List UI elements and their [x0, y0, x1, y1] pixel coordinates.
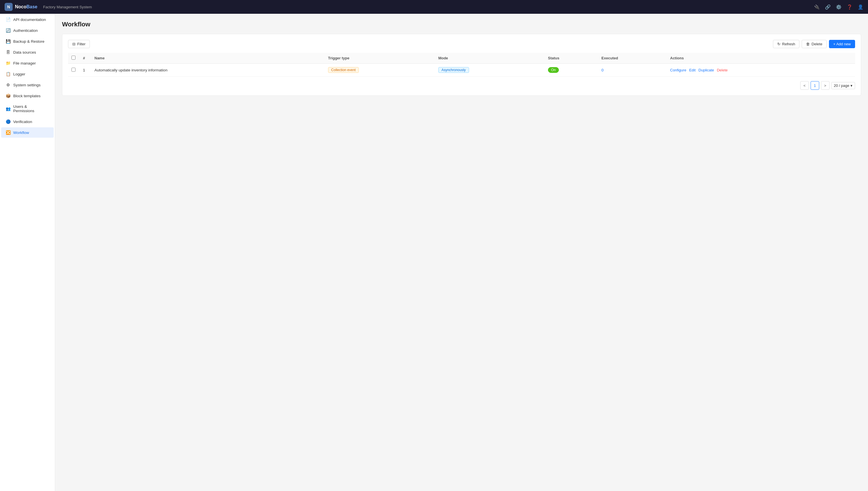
add-new-button[interactable]: + Add new: [829, 40, 855, 48]
col-actions: Actions: [667, 53, 856, 64]
row-status: On: [544, 64, 598, 77]
users-permissions-icon: 👥: [6, 107, 10, 111]
verification-icon: 🔵: [6, 119, 10, 124]
page-size-select[interactable]: 20 / page ▾: [831, 82, 855, 89]
help-icon[interactable]: ❓: [847, 4, 852, 10]
logo[interactable]: N NocoBase: [5, 3, 37, 11]
current-page-button[interactable]: 1: [811, 81, 819, 90]
prev-page-button[interactable]: <: [800, 81, 809, 90]
configure-link[interactable]: Configure: [670, 68, 686, 72]
mode-tag: Asynchronously: [438, 67, 469, 73]
page-size-chevron: ▾: [850, 83, 852, 88]
sidebar-item-logger[interactable]: 📋 Logger: [1, 69, 54, 79]
sidebar-item-label: File manager: [13, 61, 36, 65]
page-size-label: 20 / page: [834, 83, 849, 88]
add-new-label: + Add new: [833, 42, 851, 46]
filter-button[interactable]: ⊟ Filter: [68, 40, 90, 48]
row-name: Automatically update inventory informati…: [91, 64, 325, 77]
app-name: Factory Management System: [43, 5, 92, 9]
row-num: 1: [80, 64, 91, 77]
page-title: Workflow: [62, 21, 861, 28]
col-status: Status: [544, 53, 598, 64]
sidebar-item-label: API documentation: [13, 18, 46, 22]
refresh-button[interactable]: ↻ Refresh: [773, 40, 800, 48]
toolbar: ⊟ Filter ↻ Refresh 🗑 Delete + Add new: [68, 40, 855, 48]
sidebar-item-label: Authentication: [13, 28, 38, 33]
row-actions: Configure Edit Duplicate Delete: [667, 64, 856, 77]
block-templates-icon: 📦: [6, 93, 10, 98]
file-manager-icon: 📁: [6, 61, 10, 65]
table-header-row: # Name Trigger type Mode Status Executed…: [68, 53, 855, 64]
sidebar-item-verification[interactable]: 🔵 Verification: [1, 116, 54, 127]
next-page-button[interactable]: >: [821, 81, 830, 90]
link-icon[interactable]: 🔗: [825, 4, 831, 10]
sidebar-item-backup-restore[interactable]: 💾 Backup & Restore: [1, 36, 54, 47]
col-name: Name: [91, 53, 325, 64]
filter-label: Filter: [77, 42, 85, 46]
data-sources-icon: 🗄: [6, 50, 10, 55]
main-content: Workflow ⊟ Filter ↻ Refresh 🗑: [55, 14, 868, 491]
sidebar-item-data-sources[interactable]: 🗄 Data sources: [1, 47, 54, 57]
workflow-icon: 🔀: [6, 130, 10, 135]
logo-text: NocoBase: [15, 4, 37, 9]
system-settings-icon: ⚙: [6, 83, 10, 87]
sidebar-item-label: Workflow: [13, 131, 29, 135]
col-checkbox: [68, 53, 80, 64]
table-row: 1 Automatically update inventory informa…: [68, 64, 855, 77]
delete-label: Delete: [811, 42, 822, 46]
sidebar-item-file-manager[interactable]: 📁 File manager: [1, 58, 54, 68]
workflow-table: # Name Trigger type Mode Status Executed…: [68, 53, 855, 77]
logger-icon: 📋: [6, 72, 10, 76]
col-mode: Mode: [435, 53, 544, 64]
filter-icon: ⊟: [72, 42, 76, 46]
row-executed: 0: [598, 64, 667, 77]
sidebar-item-label: Data sources: [13, 50, 36, 55]
settings-icon[interactable]: ⚙️: [836, 4, 842, 10]
action-delete-link[interactable]: Delete: [717, 68, 728, 72]
backup-restore-icon: 💾: [6, 39, 10, 44]
pagination: < 1 > 20 / page ▾: [68, 81, 855, 90]
user-icon[interactable]: 👤: [858, 4, 863, 10]
topnav-icons: 🔌 🔗 ⚙️ ❓ 👤: [814, 4, 863, 10]
sidebar-item-label: System settings: [13, 83, 40, 87]
status-tag: On: [548, 67, 559, 73]
sidebar-item-label: Verification: [13, 120, 32, 124]
authentication-icon: 🔄: [6, 28, 10, 33]
sidebar: 📄 API documentation 🔄 Authentication 💾 B…: [0, 14, 55, 491]
refresh-icon: ↻: [777, 42, 781, 46]
topnav: N NocoBase Factory Management System 🔌 🔗…: [0, 0, 868, 14]
sidebar-item-authentication[interactable]: 🔄 Authentication: [1, 25, 54, 35]
sidebar-item-label: Block templates: [13, 94, 40, 98]
plugin-icon[interactable]: 🔌: [814, 4, 820, 10]
sidebar-item-api-documentation[interactable]: 📄 API documentation: [1, 15, 54, 25]
row-checkbox[interactable]: [72, 68, 76, 72]
select-all-checkbox[interactable]: [72, 56, 76, 60]
row-trigger-type: Collection event: [325, 64, 435, 77]
workflow-card: ⊟ Filter ↻ Refresh 🗑 Delete + Add new: [62, 34, 861, 96]
sidebar-item-system-settings[interactable]: ⚙ System settings: [1, 80, 54, 90]
col-num: #: [80, 53, 91, 64]
sidebar-item-users-permissions[interactable]: 👥 Users & Permissions: [1, 102, 54, 116]
logo-icon: N: [5, 3, 12, 11]
delete-icon: 🗑: [806, 42, 810, 46]
api-documentation-icon: 📄: [6, 17, 10, 22]
col-trigger-type: Trigger type: [325, 53, 435, 64]
row-mode: Asynchronously: [435, 64, 544, 77]
layout: 📄 API documentation 🔄 Authentication 💾 B…: [0, 14, 868, 491]
sidebar-item-label: Backup & Restore: [13, 39, 45, 44]
duplicate-link[interactable]: Duplicate: [698, 68, 714, 72]
toolbar-right: ↻ Refresh 🗑 Delete + Add new: [773, 40, 855, 48]
trigger-type-tag: Collection event: [328, 67, 359, 73]
edit-link[interactable]: Edit: [689, 68, 696, 72]
refresh-label: Refresh: [782, 42, 795, 46]
delete-button[interactable]: 🗑 Delete: [802, 40, 827, 48]
sidebar-item-label: Users & Permissions: [13, 105, 49, 113]
sidebar-item-block-templates[interactable]: 📦 Block templates: [1, 91, 54, 101]
toolbar-left: ⊟ Filter: [68, 40, 90, 48]
sidebar-item-label: Logger: [13, 72, 25, 76]
sidebar-item-workflow[interactable]: 🔀 Workflow: [1, 127, 54, 138]
col-executed: Executed: [598, 53, 667, 64]
